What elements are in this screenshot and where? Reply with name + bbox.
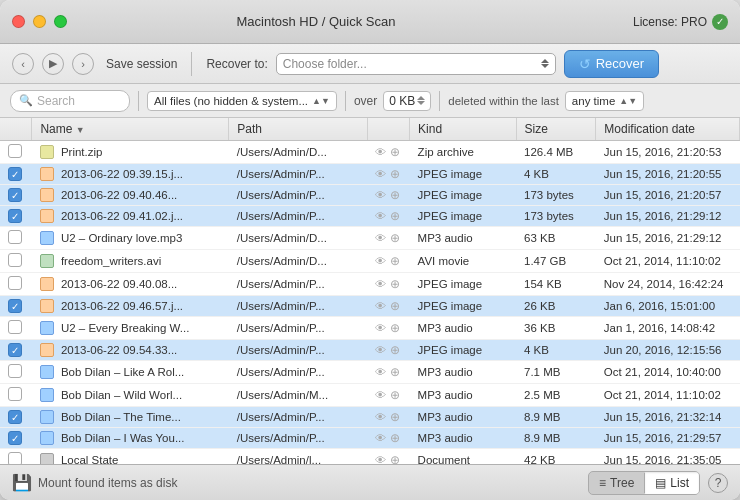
row-checkbox[interactable]: ✓ <box>8 343 22 357</box>
eye-icon[interactable]: 👁 <box>375 189 386 201</box>
globe-icon[interactable]: ⊕ <box>390 343 400 357</box>
file-table-container[interactable]: Name ▼ Path Kind Size Modification date … <box>0 118 740 464</box>
search-input[interactable]: Search <box>37 94 75 108</box>
file-kind: JPEG image <box>410 185 516 206</box>
eye-icon[interactable]: 👁 <box>375 432 386 444</box>
file-date: Jun 20, 2016, 12:15:56 <box>596 340 740 361</box>
globe-icon[interactable]: ⊕ <box>390 188 400 202</box>
row-checkbox[interactable] <box>8 276 22 290</box>
size-filter[interactable]: 0 KB <box>383 91 431 111</box>
globe-icon[interactable]: ⊕ <box>390 209 400 223</box>
globe-icon[interactable]: ⊕ <box>390 321 400 335</box>
globe-icon[interactable]: ⊕ <box>390 453 400 464</box>
table-row[interactable]: Bob Dilan – Wild Worl.../Users/Admin/M..… <box>0 384 740 407</box>
eye-icon[interactable]: 👁 <box>375 322 386 334</box>
globe-icon[interactable]: ⊕ <box>390 365 400 379</box>
file-name: Local State <box>61 454 119 464</box>
recover-button[interactable]: ↺ Recover <box>564 50 659 78</box>
filterbar: 🔍 Search All files (no hidden & system..… <box>0 84 740 118</box>
size-down-icon <box>417 101 425 105</box>
table-row[interactable]: ✓Bob Dilan – I Was You.../Users/Admin/P.… <box>0 428 740 449</box>
eye-icon[interactable]: 👁 <box>375 366 386 378</box>
row-checkbox[interactable]: ✓ <box>8 188 22 202</box>
list-view-button[interactable]: ▤ List <box>645 472 699 494</box>
mount-button[interactable]: 💾 Mount found items as disk <box>12 473 177 492</box>
row-checkbox[interactable]: ✓ <box>8 209 22 223</box>
table-row[interactable]: freedom_writers.avi/Users/Admin/D...👁⊕AV… <box>0 250 740 273</box>
eye-icon[interactable]: 👁 <box>375 168 386 180</box>
eye-icon[interactable]: 👁 <box>375 300 386 312</box>
forward-button[interactable]: › <box>72 53 94 75</box>
table-row[interactable]: ✓Bob Dilan – The Time.../Users/Admin/P..… <box>0 407 740 428</box>
globe-icon[interactable]: ⊕ <box>390 299 400 313</box>
row-checkbox[interactable] <box>8 144 22 158</box>
jpg-file-icon <box>40 167 54 181</box>
table-row[interactable]: U2 – Ordinary love.mp3/Users/Admin/D...👁… <box>0 227 740 250</box>
row-checkbox[interactable]: ✓ <box>8 167 22 181</box>
file-size: 173 bytes <box>516 185 596 206</box>
globe-icon[interactable]: ⊕ <box>390 254 400 268</box>
eye-icon[interactable]: 👁 <box>375 411 386 423</box>
table-row[interactable]: ✓2013-06-22 09.41.02.j.../Users/Admin/P.… <box>0 206 740 227</box>
all-files-dropdown[interactable]: All files (no hidden & system... ▲▼ <box>147 91 337 111</box>
globe-icon[interactable]: ⊕ <box>390 231 400 245</box>
globe-icon[interactable]: ⊕ <box>390 277 400 291</box>
play-button[interactable]: ▶ <box>42 53 64 75</box>
close-button[interactable] <box>12 15 25 28</box>
filter-sep-2 <box>345 91 346 111</box>
maximize-button[interactable] <box>54 15 67 28</box>
table-row[interactable]: Bob Dilan – Like A Rol.../Users/Admin/P.… <box>0 361 740 384</box>
row-checkbox[interactable] <box>8 364 22 378</box>
file-size: 36 KB <box>516 317 596 340</box>
file-path: /Users/Admin/M... <box>229 384 367 407</box>
file-name: 2013-06-22 09.39.15.j... <box>61 168 183 180</box>
row-checkbox[interactable] <box>8 320 22 334</box>
table-row[interactable]: ✓2013-06-22 09.54.33.../Users/Admin/P...… <box>0 340 740 361</box>
row-checkbox[interactable] <box>8 253 22 267</box>
help-button[interactable]: ? <box>708 473 728 493</box>
file-path: /Users/Admin/P... <box>229 428 367 449</box>
table-row[interactable]: ✓2013-06-22 09.39.15.j.../Users/Admin/P.… <box>0 164 740 185</box>
globe-icon[interactable]: ⊕ <box>390 410 400 424</box>
globe-icon[interactable]: ⊕ <box>390 145 400 159</box>
row-checkbox[interactable] <box>8 387 22 401</box>
folder-select[interactable]: Choose folder... <box>276 53 556 75</box>
col-name-header[interactable]: Name ▼ <box>32 118 229 141</box>
back-button[interactable]: ‹ <box>12 53 34 75</box>
eye-icon[interactable]: 👁 <box>375 389 386 401</box>
row-checkbox[interactable] <box>8 230 22 244</box>
main-window: Macintosh HD / Quick Scan License: PRO ✓… <box>0 0 740 500</box>
eye-icon[interactable]: 👁 <box>375 344 386 356</box>
eye-icon[interactable]: 👁 <box>375 232 386 244</box>
table-row[interactable]: ✓2013-06-22 09.46.57.j.../Users/Admin/P.… <box>0 296 740 317</box>
table-row[interactable]: Print.zip/Users/Admin/D...👁⊕Zip archive1… <box>0 141 740 164</box>
row-checkbox[interactable]: ✓ <box>8 410 22 424</box>
search-box[interactable]: 🔍 Search <box>10 90 130 112</box>
file-date: Jun 15, 2016, 21:29:57 <box>596 428 740 449</box>
license-badge: License: PRO ✓ <box>633 14 728 30</box>
eye-icon[interactable]: 👁 <box>375 255 386 267</box>
eye-icon[interactable]: 👁 <box>375 210 386 222</box>
help-icon: ? <box>715 476 722 490</box>
file-name: Print.zip <box>61 146 103 158</box>
file-size: 8.9 MB <box>516 428 596 449</box>
tree-view-button[interactable]: ≡ Tree <box>589 472 644 494</box>
globe-icon[interactable]: ⊕ <box>390 431 400 445</box>
eye-icon[interactable]: 👁 <box>375 278 386 290</box>
eye-icon[interactable]: 👁 <box>375 146 386 158</box>
minimize-button[interactable] <box>33 15 46 28</box>
file-kind: JPEG image <box>410 296 516 317</box>
row-checkbox[interactable]: ✓ <box>8 431 22 445</box>
table-row[interactable]: U2 – Every Breaking W.../Users/Admin/P..… <box>0 317 740 340</box>
row-checkbox[interactable] <box>8 452 22 464</box>
table-row[interactable]: Local State/Users/Admin/l...👁⊕Document42… <box>0 449 740 465</box>
row-checkbox[interactable]: ✓ <box>8 299 22 313</box>
globe-icon[interactable]: ⊕ <box>390 167 400 181</box>
table-row[interactable]: ✓2013-06-22 09.40.46.../Users/Admin/P...… <box>0 185 740 206</box>
file-path: /Users/Admin/l... <box>229 449 367 465</box>
mp3-file-icon <box>40 365 54 379</box>
eye-icon[interactable]: 👁 <box>375 454 386 464</box>
globe-icon[interactable]: ⊕ <box>390 388 400 402</box>
table-row[interactable]: 2013-06-22 09.40.08.../Users/Admin/P...👁… <box>0 273 740 296</box>
time-dropdown[interactable]: any time ▲▼ <box>565 91 644 111</box>
